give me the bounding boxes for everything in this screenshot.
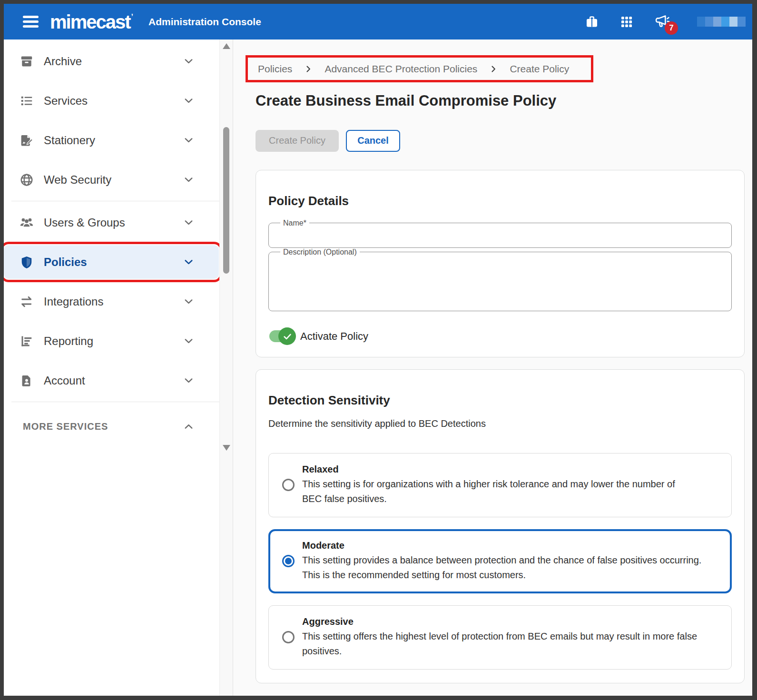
option-text: Relaxed This setting is for organization… [302, 464, 688, 506]
sidebar-item-stationery[interactable]: Stationery [4, 120, 219, 160]
policy-details-card: Policy Details Name* Description (Option… [256, 170, 745, 357]
sidebar-divider [11, 201, 225, 201]
radio-relaxed[interactable] [282, 479, 295, 491]
chevron-right-icon [489, 64, 498, 74]
option-label: Relaxed [302, 464, 688, 475]
detection-sensitivity-subtitle: Determine the sensitivity applied to BEC… [268, 418, 732, 429]
chevron-down-icon [182, 94, 195, 107]
chevron-down-icon [182, 216, 195, 229]
option-text: Aggressive This setting offers the highe… [302, 616, 718, 659]
action-buttons: Create Policy Cancel [256, 130, 752, 152]
main-content: Policies Advanced BEC Protection Policie… [233, 39, 752, 696]
sidebar-item-archive[interactable]: Archive [4, 41, 219, 81]
option-label: Moderate [302, 540, 716, 551]
redacted-account-name[interactable] [697, 17, 746, 27]
sidebar-item-web-security[interactable]: Web Security [4, 160, 219, 199]
stationery-document-pencil-icon [19, 133, 34, 148]
sensitivity-options: Relaxed This setting is for organization… [268, 453, 732, 670]
chevron-down-icon [182, 134, 195, 147]
breadcrumb-create-policy: Create Policy [510, 63, 569, 75]
application-window: mimecast ’ Administration Console [0, 0, 757, 700]
policy-details-heading: Policy Details [268, 194, 732, 208]
sidebar-item-services[interactable]: Services [4, 81, 219, 120]
globe-icon [19, 172, 34, 187]
body-row: Archive Services Stationery [4, 39, 752, 696]
description-field-label: Description (Optional) [280, 248, 360, 256]
page-title: Create Business Email Compromise Policy [256, 92, 752, 109]
sidebar-item-users-groups[interactable]: Users & Groups [4, 203, 219, 242]
description-field: Description (Optional) [268, 248, 732, 311]
sidebar-item-label: Users & Groups [44, 216, 125, 229]
chevron-down-icon [182, 173, 195, 186]
detection-sensitivity-card: Detection Sensitivity Determine the sens… [256, 369, 745, 683]
report-chart-icon [19, 334, 34, 349]
more-services-toggle[interactable]: MORE SERVICES [4, 410, 219, 443]
chevron-down-icon [182, 374, 195, 387]
sidebar-item-account[interactable]: Account [4, 361, 219, 400]
notification-count-badge: 7 [665, 21, 678, 35]
chevron-down-icon [182, 256, 195, 268]
name-field-label: Name* [280, 219, 309, 227]
swap-arrows-icon [19, 294, 34, 309]
shield-icon [19, 255, 34, 270]
option-label: Aggressive [302, 616, 718, 627]
sidebar-divider [11, 402, 225, 402]
hamburger-menu-icon[interactable] [23, 16, 39, 28]
sidebar-item-label: Archive [44, 55, 82, 68]
sidebar-item-label: Policies [44, 256, 87, 269]
sidebar-item-label: Account [44, 374, 85, 387]
option-text: Moderate This setting provides a balance… [302, 540, 716, 582]
sensitivity-option-aggressive[interactable]: Aggressive This setting offers the highe… [268, 605, 732, 670]
sidebar-item-integrations[interactable]: Integrations [4, 282, 219, 321]
chevron-right-icon [304, 64, 313, 74]
name-input[interactable] [275, 228, 727, 244]
chevron-up-icon [182, 420, 195, 433]
scrollbar-up-arrow[interactable] [223, 43, 230, 49]
detection-sensitivity-heading: Detection Sensitivity [268, 393, 732, 408]
more-services-label: MORE SERVICES [23, 421, 108, 432]
sidebar-item-reporting[interactable]: Reporting [4, 321, 219, 361]
annotation-breadcrumb-highlight: Policies Advanced BEC Protection Policie… [246, 55, 593, 82]
logo-trademark-tick: ’ [131, 13, 133, 21]
sidebar-item-label: Web Security [44, 173, 111, 187]
breadcrumb-advanced-bec-protection-policies[interactable]: Advanced BEC Protection Policies [324, 63, 477, 75]
sidebar-scrollbar-track[interactable] [219, 39, 233, 696]
sidebar-item-label: Stationery [44, 134, 95, 147]
cancel-button[interactable]: Cancel [346, 130, 400, 152]
sensitivity-option-moderate[interactable]: Moderate This setting provides a balance… [268, 529, 732, 593]
top-bar: mimecast ’ Administration Console [4, 4, 752, 39]
activate-policy-toggle[interactable] [269, 330, 295, 342]
mimecast-logo: mimecast ’ [50, 12, 133, 31]
scrollbar-down-arrow[interactable] [223, 445, 230, 451]
description-input[interactable] [275, 257, 727, 305]
sensitivity-option-relaxed[interactable]: Relaxed This setting is for organization… [268, 453, 732, 517]
sidebar-item-policies[interactable]: Policies [4, 245, 219, 279]
logo-text: mimecast [50, 12, 130, 31]
activate-policy-label: Activate Policy [300, 330, 368, 343]
option-description: This setting offers the highest level of… [302, 629, 718, 659]
archive-icon [19, 54, 34, 69]
name-field: Name* [268, 219, 732, 248]
activate-policy-row: Activate Policy [268, 330, 732, 343]
scrollbar-thumb[interactable] [223, 127, 229, 274]
option-description: This setting is for organizations with a… [302, 477, 688, 506]
app-title: Administration Console [148, 16, 261, 28]
radio-aggressive[interactable] [282, 631, 295, 643]
radio-moderate[interactable] [282, 555, 295, 567]
create-policy-button[interactable]: Create Policy [256, 130, 339, 152]
breadcrumb-policies[interactable]: Policies [258, 63, 292, 75]
services-list-icon [19, 93, 34, 108]
users-groups-icon [19, 215, 34, 230]
announcements-megaphone-icon[interactable]: 7 [654, 14, 670, 30]
chevron-down-icon [182, 295, 195, 308]
sidebar: Archive Services Stationery [4, 39, 233, 696]
sidebar-item-label: Integrations [44, 295, 103, 308]
account-document-icon [19, 373, 34, 388]
toggle-knob-check-icon [278, 327, 296, 345]
briefcase-icon[interactable] [585, 15, 599, 29]
topbar-right-group: 7 [585, 14, 746, 30]
app-grid-icon[interactable] [620, 15, 633, 29]
chevron-down-icon [182, 335, 195, 347]
sidebar-item-label: Reporting [44, 335, 93, 348]
sidebar-item-label: Services [44, 94, 88, 108]
